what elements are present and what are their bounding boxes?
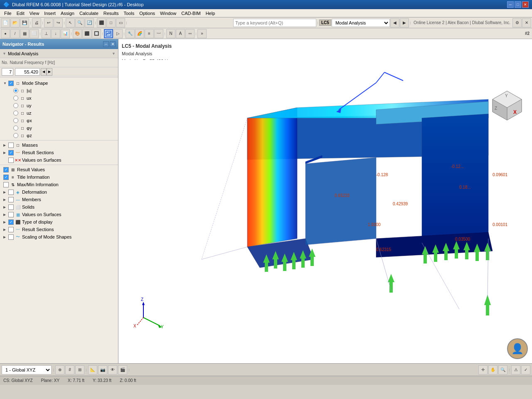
video-btn[interactable]: 🎬 [118, 365, 127, 374]
nav-minimize[interactable]: ─ [103, 41, 109, 47]
view-xy[interactable]: □ [106, 18, 116, 27]
menu-item-cad-bim[interactable]: CAD-BIM [179, 10, 203, 17]
license-btn[interactable]: ⚙ [512, 18, 522, 27]
values-surfaces2-item[interactable]: ▶ ▦ Values on Surfaces [0, 211, 118, 218]
vs2-expand[interactable]: ▶ [3, 213, 8, 217]
menu-item-options[interactable]: Options [137, 10, 158, 17]
close-license[interactable]: ✕ [522, 18, 531, 27]
members-item[interactable]: ▶ — Members [0, 196, 118, 203]
ux-item[interactable]: □ ux [0, 94, 118, 102]
title-info-item[interactable]: ≡ Title Information [0, 173, 118, 181]
scaling-mode-item[interactable]: ▶ 〜 Scaling of Mode Shapes [0, 233, 118, 241]
menu-item-results[interactable]: Results [101, 10, 121, 17]
eye-btn[interactable]: 👁 [108, 365, 117, 374]
pan-btn[interactable]: ✋ [488, 365, 498, 374]
uz-radio[interactable] [13, 111, 18, 116]
render-btn[interactable]: 🎨 [73, 29, 82, 38]
result-sections-item[interactable]: ▶ 〰 Result Sections [0, 149, 118, 156]
snap-btn[interactable]: ⊕ [55, 365, 64, 374]
solid-btn[interactable]: ⬜ [30, 29, 39, 38]
result-sections2-item[interactable]: ▶ 〰 Result Sections [0, 226, 118, 233]
keyword-search[interactable] [233, 19, 316, 27]
rs2-expand[interactable]: ▶ [3, 228, 8, 232]
freq-number-input[interactable] [2, 68, 13, 76]
phix-item[interactable]: □ φx [0, 117, 118, 124]
type-display-item[interactable]: ▶ ⬛ Type of display [0, 218, 118, 226]
analysis-dropdown-arrow[interactable]: ▼ [112, 52, 116, 56]
new-button[interactable]: 📄 [1, 18, 10, 27]
minimize-button[interactable]: ─ [507, 1, 514, 8]
title-info-check[interactable] [3, 175, 9, 180]
nav-close[interactable]: ✕ [110, 41, 116, 47]
dims-btn[interactable]: ⇿ [185, 29, 195, 38]
result-values-item[interactable]: ⊞ Result Values [0, 166, 118, 173]
menu-item-tools[interactable]: Tools [121, 10, 137, 17]
save-button[interactable]: 💾 [20, 18, 29, 27]
wireframe-btn[interactable]: ⬛ [82, 29, 91, 38]
menu-item-view[interactable]: View [27, 10, 42, 17]
isolines[interactable]: ≡ [145, 29, 154, 38]
mode-shape-expand[interactable]: ▼ [3, 81, 8, 85]
view-3d[interactable]: ⬛ [97, 18, 106, 27]
menu-item-help[interactable]: Help [203, 10, 218, 17]
color-scale[interactable]: 🌈 [135, 29, 144, 38]
menu-item-window[interactable]: Window [158, 10, 179, 17]
view-xz[interactable]: ▭ [116, 18, 125, 27]
model-btn[interactable]: 🔲 [92, 29, 101, 38]
undo-button[interactable]: ↩ [44, 18, 53, 27]
deformation-expand[interactable]: ▶ [3, 190, 8, 194]
result-values-check[interactable] [3, 167, 9, 172]
loads-btn[interactable]: ↓ [51, 29, 60, 38]
redo-button[interactable]: ↪ [54, 18, 63, 27]
scaling-check[interactable] [8, 234, 14, 240]
mode-dropdown[interactable]: Modal Analysis [332, 19, 390, 27]
scaling-expand[interactable]: ▶ [3, 235, 8, 239]
phiy-radio[interactable] [13, 126, 18, 131]
move-btn[interactable]: ✛ [478, 365, 488, 374]
prev-mode[interactable]: ◀ [390, 18, 399, 27]
results-btn[interactable]: 📊 [61, 29, 70, 38]
freq-prev[interactable]: ◀ [41, 68, 47, 76]
freq-hz-input[interactable] [15, 68, 40, 76]
north-btn[interactable]: N [166, 29, 175, 38]
mode-shape-check[interactable] [8, 81, 14, 86]
deform-btn[interactable]: 〰 [154, 29, 163, 38]
result-sections-check[interactable] [8, 150, 14, 155]
mode-shape-item[interactable]: ▼ □ Mode Shape [0, 79, 118, 87]
u-abs-radio[interactable] [13, 88, 18, 93]
menu-item-insert[interactable]: Insert [42, 10, 58, 17]
uz-item[interactable]: □ uz [0, 109, 118, 117]
more-btn[interactable]: » [197, 29, 207, 38]
solids-item[interactable]: ▶ ⬜ Solids [0, 203, 118, 211]
print-button[interactable]: 🖨 [32, 18, 41, 27]
masses-item[interactable]: ▶ □ Masses [0, 141, 118, 149]
rs2-check[interactable] [8, 227, 14, 232]
grid-btn[interactable]: # [65, 365, 74, 374]
uy-item[interactable]: □ uy [0, 102, 118, 109]
label-btn[interactable]: A [176, 29, 185, 38]
zoom-all-btn[interactable]: 🔍 [498, 365, 507, 374]
rotate-btn[interactable]: 🔄 [85, 18, 94, 27]
phiy-item[interactable]: □ φy [0, 124, 118, 132]
solids-expand[interactable]: ▶ [3, 205, 8, 209]
measure-btn[interactable]: 📐 [88, 365, 97, 374]
deformation-check[interactable] [8, 190, 14, 195]
members-expand[interactable]: ▶ [3, 198, 8, 202]
menu-item-calculate[interactable]: Calculate [77, 10, 101, 17]
ortho-btn[interactable]: ⊞ [75, 365, 84, 374]
vs2-check[interactable] [8, 212, 14, 217]
members-check[interactable] [8, 197, 14, 202]
menu-item-edit[interactable]: Edit [14, 10, 27, 17]
coord-system-select[interactable]: 1 - Global XYZ [2, 365, 52, 374]
deformation-item[interactable]: ▶ ◈ Deformation [0, 188, 118, 196]
check-btn[interactable]: ✓ [521, 365, 530, 374]
maxmin-check[interactable] [3, 182, 9, 187]
freq-next[interactable]: ▶ [47, 68, 52, 76]
values-surfaces-item[interactable]: ▶ ✕✕ Values on Surfaces [0, 156, 118, 164]
line-btn[interactable]: / [10, 29, 20, 38]
solids-check[interactable] [8, 204, 14, 210]
phix-radio[interactable] [13, 118, 18, 123]
supports-btn[interactable]: ⊥ [42, 29, 51, 38]
node-btn[interactable]: ● [1, 29, 10, 38]
phiz-item[interactable]: □ φz [0, 132, 118, 139]
